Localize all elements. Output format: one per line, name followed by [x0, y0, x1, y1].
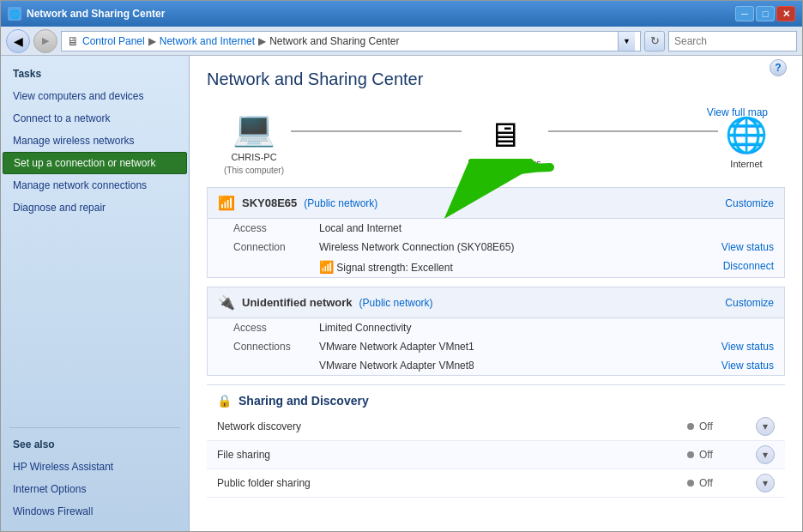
sidebar-item-internet-options[interactable]: Internet Options: [1, 478, 189, 500]
maximize-button[interactable]: □: [756, 6, 775, 21]
network-discovery-value: Off: [699, 420, 713, 432]
sidebar-item-hp-wireless[interactable]: HP Wireless Assistant: [1, 456, 189, 478]
sidebar-divider: [9, 427, 180, 428]
path-icon: 🖥: [67, 34, 79, 48]
sharing-row-public-folder: Public folder sharing Off ▾: [207, 469, 785, 498]
connector-2: [548, 130, 719, 132]
unidentified-vmnet8-row: VMware Network Adapter VMnet8 View statu…: [208, 356, 784, 375]
network-discovery-dot: [687, 423, 694, 430]
network-discovery-label: Network discovery: [217, 420, 687, 432]
unidentified-access-label: Access: [233, 322, 311, 334]
sky08e65-customize[interactable]: Customize: [725, 197, 774, 209]
content-inner: Network and Sharing Center View full map…: [190, 56, 802, 511]
view-full-map-link[interactable]: View full map: [707, 106, 768, 118]
file-sharing-value: Off: [699, 449, 713, 461]
node-multiple-networks: 🖥 Multiple networks: [468, 116, 541, 168]
connector-line-1: [291, 130, 462, 132]
sky08e65-signal-row: 📶 Signal strength: Excellent Disconnect: [208, 257, 784, 277]
public-folder-value: Off: [699, 477, 713, 489]
file-sharing-label: File sharing: [217, 449, 687, 461]
public-folder-status: Off: [687, 477, 756, 489]
refresh-button[interactable]: ↻: [644, 31, 665, 51]
search-box: 🔍: [668, 31, 797, 51]
public-folder-dot: [687, 480, 694, 487]
sidebar-item-view-computers[interactable]: View computers and devices: [1, 85, 189, 107]
sky08e65-connection-label: Connection: [233, 241, 311, 253]
title-bar: 🌐 Network and Sharing Center ─ □ ✕: [1, 1, 802, 27]
sidebar-spacer: [1, 219, 189, 420]
node-chris-pc: 💻 CHRIS-PC (This computer): [224, 108, 284, 175]
page-title: Network and Sharing Center: [207, 70, 785, 89]
unidentified-connections-label: Connections: [233, 341, 311, 353]
file-sharing-dot: [687, 451, 694, 458]
tasks-label: Tasks: [1, 64, 189, 85]
connector-line-2: [548, 130, 719, 132]
unidentified-name: Unidentified network: [242, 296, 353, 309]
node-internet: 🌐 Internet: [725, 115, 768, 169]
help-button[interactable]: ?: [770, 59, 787, 76]
title-bar-controls: ─ □ ✕: [735, 6, 795, 21]
path-current: Network and Sharing Center: [269, 35, 399, 47]
unidentified-vmnet8-value: VMware Network Adapter VMnet8: [319, 360, 713, 372]
address-path: 🖥 Control Panel ▶ Network and Internet ▶…: [61, 31, 641, 51]
path-sep-1: ▶: [148, 35, 156, 47]
sharing-discovery-section: 🔒 Sharing and Discovery Network discover…: [207, 384, 785, 498]
path-network-internet[interactable]: Network and Internet: [160, 35, 255, 47]
window-title: Network and Sharing Center: [27, 8, 165, 20]
public-folder-expand[interactable]: ▾: [756, 474, 775, 493]
path-dropdown[interactable]: ▼: [618, 32, 635, 51]
sky08e65-view-status[interactable]: View status: [721, 241, 774, 253]
sidebar-item-manage-wireless[interactable]: Manage wireless networks: [1, 130, 189, 152]
sky08e65-signal-text: Signal strength: Excellent: [336, 262, 452, 274]
network-discovery-status: Off: [687, 420, 756, 432]
main-window: 🌐 Network and Sharing Center ─ □ ✕ ◀ ▶ 🖥…: [0, 0, 803, 532]
window-icon: 🌐: [8, 7, 21, 21]
content-area: ? Network and Sharing Center View full m…: [190, 56, 802, 531]
path-sep-2: ▶: [258, 35, 266, 47]
network-sky08e65-header: 📶 SKY08E65 (Public network) Customize: [208, 188, 784, 219]
sharing-title-text: Sharing and Discovery: [238, 394, 369, 408]
sky08e65-connection-row: Connection Wireless Network Connection (…: [208, 238, 784, 257]
back-button[interactable]: ◀: [6, 29, 30, 53]
address-bar: ◀ ▶ 🖥 Control Panel ▶ Network and Intern…: [1, 27, 802, 56]
network-map: View full map 💻 CHRIS-PC (This computer)…: [207, 100, 785, 187]
minimize-button[interactable]: ─: [735, 6, 754, 21]
sidebar-item-diagnose-repair[interactable]: Diagnose and repair: [1, 196, 189, 219]
network-unidentified: 🔌 Unidentified network (Public network) …: [207, 287, 785, 376]
network-discovery-expand[interactable]: ▾: [756, 417, 775, 436]
sky08e65-access-label: Access: [233, 222, 311, 234]
title-bar-left: 🌐 Network and Sharing Center: [8, 7, 165, 21]
unidentified-customize[interactable]: Customize: [725, 297, 774, 309]
unidentified-vmnet8-status[interactable]: View status: [721, 360, 774, 372]
sidebar-item-connect-network[interactable]: Connect to a network: [1, 107, 189, 130]
unidentified-vmnet1-row: Connections VMware Network Adapter VMnet…: [208, 337, 784, 356]
internet-label: Internet: [730, 159, 762, 169]
sky08e65-access-value: Local and Internet: [319, 222, 774, 234]
multiple-networks-icon: 🖥: [487, 116, 522, 154]
multiple-networks-label: Multiple networks: [468, 158, 541, 168]
chris-pc-label: CHRIS-PC: [231, 152, 276, 162]
unidentified-vmnet1-value: VMware Network Adapter VMnet1: [319, 341, 713, 353]
sky08e65-connection-value: Wireless Network Connection (SKY08E65): [319, 241, 713, 253]
sky08e65-icon: 📶: [218, 195, 235, 211]
chris-pc-sublabel: (This computer): [224, 166, 284, 175]
file-sharing-status: Off: [687, 449, 756, 461]
sidebar-item-setup-connection[interactable]: Set up a connection or network: [3, 152, 187, 174]
sky08e65-name: SKY08E65: [242, 196, 297, 209]
network-sky08e65: 📶 SKY08E65 (Public network) Customize Ac…: [207, 187, 785, 278]
unidentified-access-row: Access Limited Connectivity: [208, 318, 784, 337]
sidebar-item-manage-connections[interactable]: Manage network connections: [1, 174, 189, 196]
path-control-panel[interactable]: Control Panel: [82, 35, 145, 47]
sky08e65-disconnect[interactable]: Disconnect: [723, 260, 774, 272]
sharing-title-icon: 🔒: [217, 394, 232, 408]
network-unidentified-header: 🔌 Unidentified network (Public network) …: [208, 287, 784, 318]
search-input[interactable]: [674, 35, 803, 47]
unidentified-vmnet1-status[interactable]: View status: [721, 341, 774, 353]
sidebar-item-windows-firewall[interactable]: Windows Firewall: [1, 500, 189, 523]
sharing-title: 🔒 Sharing and Discovery: [207, 384, 785, 413]
connector-1: [291, 130, 462, 132]
forward-button[interactable]: ▶: [33, 29, 57, 53]
unidentified-access-value: Limited Connectivity: [319, 322, 774, 334]
close-button[interactable]: ✕: [776, 6, 795, 21]
file-sharing-expand[interactable]: ▾: [756, 445, 775, 464]
